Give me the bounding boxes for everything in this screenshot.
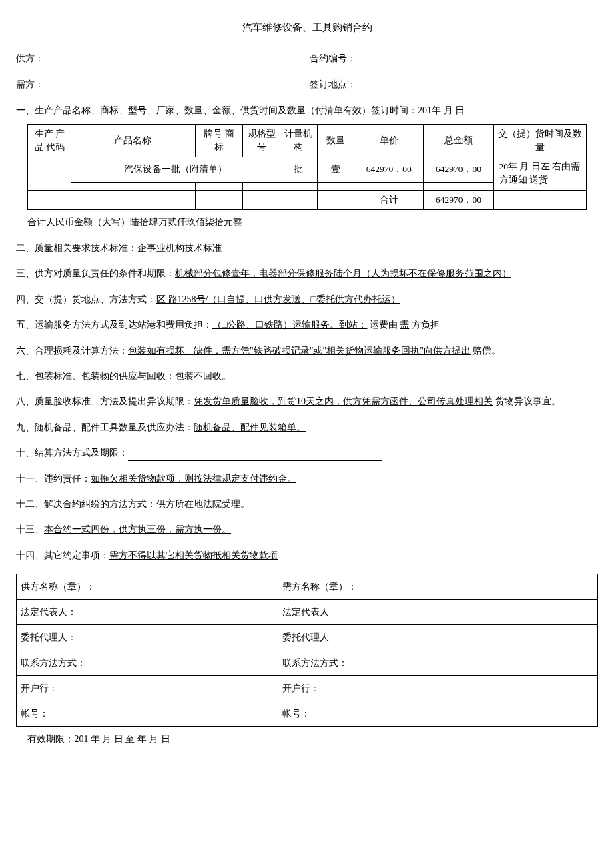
clause-6-underline: 包装如有损坏、缺件，需方凭"铁路破损记录"或"相关货物运输服务回执"向供方提出 <box>128 346 471 356</box>
sig-sup-acct: 帐号： <box>17 701 278 727</box>
table-header-row: 生产 产品 代码 产品名称 牌号 商标 规格型号 计量机构 数量 单价 总金额 … <box>28 124 586 157</box>
clause-5-tail1: 运费由 <box>367 320 400 330</box>
clause-5-tail2: 方负担 <box>409 320 440 330</box>
th-name: 产品名称 <box>71 124 195 157</box>
clause-12: 十二、解决合约纠纷的方法方式：供方所在地法院受理。 <box>53 497 598 512</box>
clause-5-underline2: 需 <box>400 320 409 330</box>
cell-total: 642970．00 <box>424 157 493 183</box>
clause-13: 十三、本合约一式四份，供方执三份，需方执一份。 <box>53 522 598 537</box>
clause-4: 四、交（提）货地点、方法方式：区 路1258号/（口自提、口供方发送、□委托供方… <box>53 292 598 307</box>
clause-10-blank <box>128 452 382 461</box>
clause-12-underline: 供方所在地法院受理。 <box>156 499 250 509</box>
sig-sup-agent: 委托代理人： <box>17 625 278 650</box>
cell-qty: 壹 <box>317 157 354 183</box>
clause-11-underline: 如拖欠相关货物款项，则按法律规定支付违约金。 <box>91 474 296 484</box>
sig-sup-name: 供方名称（章）： <box>17 574 278 600</box>
clause-8: 八、质量脸收标准、方法及提出异议期限：凭发货单质量脸收，到货10天之内，供方凭需… <box>53 394 598 409</box>
header-row-1: 供方： 合约编号： <box>16 51 598 65</box>
th-qty: 数量 <box>317 124 354 157</box>
clause-8-underline: 凭发货单质量脸收，到货10天之内，供方凭需方函件、公司传真处理相关 <box>194 396 493 406</box>
clause-7-label: 七、包装标准、包装物的供应与回收： <box>16 371 175 381</box>
clause-4-label: 四、交（提）货地点、方法方式： <box>16 294 156 304</box>
cell-price: 642970．00 <box>354 157 424 183</box>
clause-12-label: 十二、解决合约纠纷的方法方式： <box>16 499 156 509</box>
clause-8-label: 八、质量脸收标准、方法及提出异议期限： <box>16 396 194 406</box>
clause-14-underline: 需方不得以其它相关货物抵相关货物款项 <box>109 550 278 560</box>
cell-delivery: 20年 月 日左 右由需方通知 送货 <box>493 157 586 191</box>
clause-5: 五、运输服务方法方式及到达站港和费用负担：（□公路、口铁路）运输服务。到站： 运… <box>53 318 598 332</box>
amount-chinese: 合计人民币金额（大写）陆拾肆万贰仟玖佰柒拾元整 <box>27 215 598 229</box>
clause-10-label: 十、结算方法方式及期限： <box>16 448 128 458</box>
table-sum-row: 合计 642970．00 <box>28 190 586 209</box>
clause-7: 七、包装标准、包装物的供应与回收：包装不回收。 <box>53 369 598 384</box>
clause-9-label: 九、随机备品、配件工具数量及供应办法： <box>16 422 194 432</box>
buyer-label: 需方： <box>16 77 307 91</box>
clause-9-underline: 随机备品、配件见装箱单。 <box>194 422 306 432</box>
th-brand: 牌号 商标 <box>195 124 243 157</box>
clause-3: 三、供方对质量负责任的条件和期限：机械部分包修壹年，电器部分保修服务陆个月（人为… <box>53 266 598 281</box>
clause-8-tail: 货物异议事宜。 <box>493 396 561 406</box>
th-spec: 规格型号 <box>243 124 280 157</box>
sig-sup-bank: 开户行： <box>17 676 278 701</box>
clause-14-label: 十四、其它约定事项： <box>16 550 109 560</box>
sig-buy-legal: 法定代表人 <box>278 600 597 625</box>
cell-sum-label: 合计 <box>354 190 424 209</box>
clause-13-underline: 本合约一式四份，供方执三份，需方执一份。 <box>44 524 231 534</box>
clause-7-underline: 包装不回收。 <box>175 371 231 381</box>
th-code: 生产 产品 代码 <box>28 124 71 157</box>
section-1-text: 一、生产产品名称、商标、型号、厂家、数量、金额、供货时间及数量（付清单有效）签订… <box>16 103 598 117</box>
clause-6-tail: 赔偿。 <box>471 346 501 356</box>
table-row: 汽保设备一批（附清单） 批 壹 642970．00 642970．00 20年 … <box>28 157 586 183</box>
clause-4-underline: 区 路1258号/（口自提、口供方发送、□委托供方代办托运） <box>156 294 400 304</box>
sig-buy-name: 需方名称（章）： <box>278 574 597 600</box>
th-total: 总金额 <box>424 124 493 157</box>
clause-3-underline: 机械部分包修壹年，电器部分保修服务陆个月（人为损坏不在保修服务范围之内） <box>175 268 511 278</box>
cell-unit: 批 <box>280 157 317 183</box>
sig-sup-legal: 法定代表人： <box>17 600 278 625</box>
clause-5-underline: （□公路、口铁路）运输服务。到站： <box>212 320 367 330</box>
clause-6: 六、合理损耗及计算方法：包装如有损坏、缺件，需方凭"铁路破损记录"或"相关货物运… <box>53 344 598 358</box>
th-delivery: 交（提）货时间及数量 <box>493 124 586 157</box>
sign-place-label: 签订地点： <box>307 77 598 91</box>
clause-5-label: 五、运输服务方法方式及到达站港和费用负担： <box>16 320 212 330</box>
signature-table: 供方名称（章）：需方名称（章）： 法定代表人：法定代表人 委托代理人：委托代理人… <box>16 574 598 727</box>
clause-2-label: 二、质量相关要求技术标准： <box>16 243 137 253</box>
cell-product-name: 汽保设备一批（附清单） <box>71 157 280 183</box>
sig-buy-contact: 联系方法方式： <box>278 650 597 676</box>
clause-13-label: 十三、 <box>16 524 44 534</box>
supplier-label: 供方： <box>16 51 307 65</box>
sig-buy-agent: 委托代理人 <box>278 625 597 650</box>
sig-sup-contact: 联系方法方式： <box>17 650 278 676</box>
clause-6-label: 六、合理损耗及计算方法： <box>16 346 128 356</box>
sig-buy-acct: 帐号： <box>278 701 597 727</box>
cell-sum-total: 642970．00 <box>424 190 493 209</box>
clause-11: 十一、违约责任：如拖欠相关货物款项，则按法律规定支付违约金。 <box>53 472 598 486</box>
document-title: 汽车维修设备、工具购销合约 <box>16 20 598 35</box>
clause-9: 九、随机备品、配件工具数量及供应办法：随机备品、配件见装箱单。 <box>53 420 598 435</box>
clause-2: 二、质量相关要求技术标准：企事业机构技术标准 <box>53 241 598 256</box>
contract-no-label: 合约编号： <box>307 51 598 65</box>
clause-10: 十、结算方法方式及期限： <box>53 446 598 460</box>
th-unit: 计量机构 <box>280 124 317 157</box>
validity-period: 有效期限：201 年 月 日 至 年 月 日 <box>27 732 598 746</box>
sig-buy-bank: 开户行： <box>278 676 597 701</box>
clause-3-label: 三、供方对质量负责任的条件和期限： <box>16 268 175 278</box>
clause-14: 十四、其它约定事项：需方不得以其它相关货物抵相关货物款项 <box>53 548 598 563</box>
clause-2-underline: 企事业机构技术标准 <box>137 243 222 253</box>
clause-11-label: 十一、违约责任： <box>16 474 91 484</box>
header-row-2: 需方： 签订地点： <box>16 77 598 91</box>
product-table: 生产 产品 代码 产品名称 牌号 商标 规格型号 计量机构 数量 单价 总金额 … <box>27 124 586 210</box>
th-price: 单价 <box>354 124 424 157</box>
